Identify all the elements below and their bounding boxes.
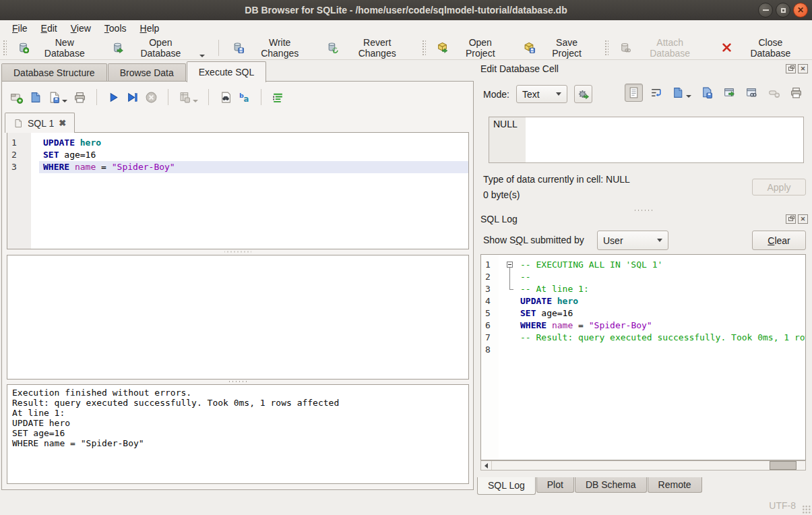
format-sql-button[interactable] — [270, 90, 286, 105]
editor-results-splitter[interactable] — [224, 250, 251, 253]
sql1-tab-label: SQL 1 — [28, 118, 54, 129]
save-project-button[interactable]: Save Project — [516, 34, 601, 62]
close-icon: ✕ — [797, 6, 804, 14]
menu-edit[interactable]: Edit — [34, 22, 64, 35]
mode-select[interactable]: Text — [516, 85, 567, 103]
sql-log-code: 1-- EXECUTING ALL IN 'SQL 1'2--3-- At li… — [481, 255, 805, 356]
sql1-tab-close-icon[interactable]: ✖ — [59, 118, 66, 128]
export-cell-data-button[interactable] — [698, 84, 716, 102]
scrollbar-track[interactable] — [492, 461, 805, 470]
close-database-button[interactable]: Close Database — [713, 34, 812, 62]
menu-help[interactable]: Help — [133, 22, 166, 35]
editor-code: 1UPDATE hero2SET age=163WHERE name = "Sp… — [7, 133, 468, 173]
tab-database-structure[interactable]: Database Structure — [1, 63, 107, 82]
execution-log-pane[interactable]: Execution finished without errors. Resul… — [7, 384, 469, 484]
scrollbar-thumb[interactable] — [770, 461, 797, 470]
new-sql-tab-button[interactable] — [9, 90, 24, 105]
open-database-button[interactable]: Open Database — [104, 34, 214, 62]
menu-file[interactable]: File — [5, 22, 34, 35]
autocomplete-button[interactable]: b a — [237, 90, 252, 105]
results-log-splitter[interactable] — [228, 380, 248, 383]
sql-log-float-button[interactable] — [786, 214, 796, 224]
save-results-button[interactable] — [177, 90, 199, 105]
sql-toolbar-separator2 — [168, 89, 168, 105]
dock-tab-plot[interactable]: Plot — [536, 477, 574, 493]
toolbar-grip2[interactable] — [422, 40, 426, 56]
code-line: 3WHERE name = "Spider-Boy" — [7, 161, 468, 173]
dock-splitter[interactable] — [633, 209, 654, 212]
scroll-left-arrow[interactable] — [481, 461, 492, 470]
new-tab-icon — [10, 91, 23, 104]
word-wrap-button[interactable] — [647, 84, 665, 102]
dock-tab-remote[interactable]: Remote — [648, 477, 702, 493]
print-cell-button[interactable] — [787, 84, 805, 102]
save-file-dropdown-caret[interactable] — [62, 100, 67, 102]
import-cell-data-button[interactable] — [669, 84, 694, 102]
sql-log-filter-select[interactable]: User — [597, 231, 668, 250]
open-database-dropdown-caret[interactable] — [199, 55, 205, 57]
dock-tab-sql-log[interactable]: SQL Log — [477, 477, 536, 495]
left-arrow-icon — [485, 463, 488, 468]
apply-button[interactable]: Apply — [752, 179, 806, 195]
write-changes-button[interactable]: Write Changes — [224, 34, 319, 62]
toolbar-grip[interactable] — [3, 40, 7, 56]
cell-value-editor[interactable]: NULL — [489, 117, 804, 163]
print-cell-icon — [790, 86, 803, 99]
open-sql-file-button[interactable] — [28, 90, 43, 105]
sql-log-hscrollbar[interactable] — [480, 460, 806, 471]
cell-mode-row: Mode: Text — [483, 85, 592, 103]
attach-database-button[interactable]: Attach Database — [611, 34, 713, 62]
resize-grip[interactable] — [802, 505, 811, 514]
open-in-external-app-button[interactable] — [720, 84, 739, 102]
tab-browse-data[interactable]: Browse Data — [108, 63, 186, 82]
sql-toolbar-separator — [96, 89, 97, 105]
new-database-icon — [18, 42, 29, 53]
edit-cell-dock-title: Edit Database Cell — [480, 63, 559, 74]
new-database-button[interactable]: New Database — [9, 34, 104, 62]
menu-tools[interactable]: Tools — [98, 22, 133, 35]
clear-log-button[interactable]: Clear — [752, 231, 806, 250]
stop-execution-button[interactable] — [144, 90, 159, 105]
revert-changes-button[interactable]: Revert Changes — [319, 34, 419, 62]
find-button[interactable] — [218, 90, 233, 105]
titlebar: DB Browser for SQLite - /home/user/code/… — [0, 0, 812, 21]
import-dropdown-caret[interactable] — [686, 95, 691, 98]
toolbar-grip3[interactable] — [604, 40, 608, 56]
copy-link-button[interactable] — [743, 84, 761, 102]
float-icon — [788, 217, 793, 221]
print-sql-button[interactable] — [72, 90, 88, 105]
cell-size-info: 0 byte(s) — [483, 189, 520, 200]
statusbar: UTF-8 — [0, 495, 812, 515]
open-project-button[interactable]: Open Project — [429, 34, 516, 62]
maximize-button[interactable] — [776, 3, 790, 18]
svg-text:a: a — [243, 94, 249, 103]
sql1-tab[interactable]: SQL 1 ✖ — [5, 113, 75, 133]
auto-switch-mode-button[interactable] — [574, 85, 592, 103]
print-icon — [73, 91, 86, 104]
execute-current-line-button[interactable] — [125, 90, 140, 105]
tab-execute-sql[interactable]: Execute SQL — [187, 61, 267, 82]
execute-sql-button[interactable] — [106, 90, 121, 105]
open-external-icon — [723, 86, 736, 99]
dock-tab-db-schema[interactable]: DB Schema — [575, 477, 647, 493]
save-results-dropdown-caret[interactable] — [193, 100, 198, 102]
close-button[interactable]: ✕ — [793, 3, 808, 18]
write-changes-icon — [232, 42, 244, 53]
sql-log-close-button[interactable]: ✕ — [798, 214, 808, 224]
right-dock-area: Edit Database Cell ✕ Mode: Text — [475, 59, 812, 496]
minimize-button[interactable] — [758, 3, 773, 18]
set-null-button[interactable] — [765, 84, 783, 102]
sql-log-view[interactable]: 1-- EXECUTING ALL IN 'SQL 1'2--3-- At li… — [480, 254, 806, 460]
sql-log-dock-titlebar: SQL Log ✕ — [480, 212, 808, 226]
edit-cell-float-button[interactable] — [786, 64, 796, 73]
text-mode-button[interactable] — [625, 84, 643, 102]
save-sql-file-button[interactable] — [46, 90, 69, 105]
edit-cell-close-button[interactable]: ✕ — [798, 64, 808, 73]
attach-database-label: Attach Database — [635, 37, 705, 59]
menu-view[interactable]: View — [64, 22, 98, 35]
sql-editor[interactable]: 1UPDATE hero2SET age=163WHERE name = "Sp… — [7, 132, 469, 249]
results-pane[interactable] — [7, 255, 469, 380]
code-line: 2-- — [481, 271, 805, 283]
sql-toolbar-separator4 — [261, 89, 261, 105]
main-tabstrip: Database Structure Browse Data Execute S… — [1, 61, 475, 82]
